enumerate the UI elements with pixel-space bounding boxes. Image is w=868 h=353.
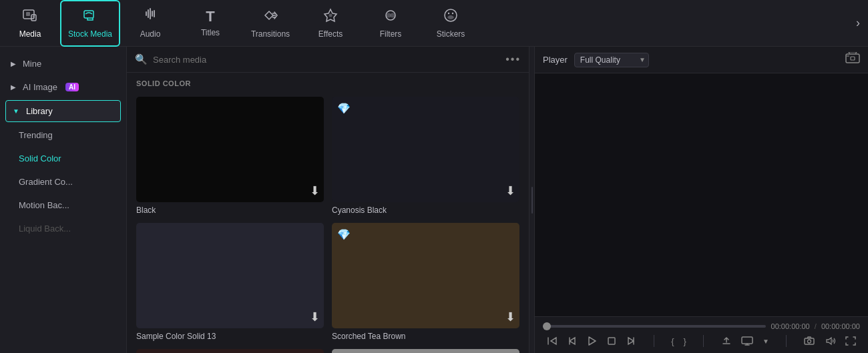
display-button[interactable] bbox=[737, 335, 757, 347]
control-row: { } ▼ bbox=[543, 334, 860, 348]
sidebar-item-gradient[interactable]: Gradient Co... bbox=[0, 170, 126, 194]
time-total: 00:00:00:00 bbox=[821, 322, 860, 330]
timeline-bar: 00:00:00:00 / 00:00:00:00 bbox=[543, 322, 860, 330]
scroll-thumb[interactable] bbox=[531, 187, 533, 214]
sidebar-library-label: Library bbox=[26, 106, 53, 116]
download-icon[interactable]: ⬇ bbox=[505, 184, 515, 198]
media-label-black: Black bbox=[136, 206, 324, 215]
sidebar-item-library[interactable]: ▼ Library bbox=[5, 100, 121, 122]
sidebar-item-ai-image[interactable]: ▶ AI Image AI bbox=[0, 75, 126, 99]
nav-media[interactable]: Media bbox=[0, 0, 60, 47]
nav-titles[interactable]: T Titles bbox=[180, 0, 240, 47]
nav-filters[interactable]: Filters bbox=[361, 0, 421, 47]
search-icon: 🔍 bbox=[135, 53, 148, 65]
media-thumbnail-cyanosis: 💎 ⬇ bbox=[332, 97, 519, 202]
display-options-button[interactable]: ▼ bbox=[758, 336, 773, 346]
download-icon[interactable]: ⬇ bbox=[310, 184, 320, 198]
quality-select[interactable]: Full Quality Half Quality Quarter Qualit… bbox=[574, 53, 649, 67]
audio-icon bbox=[144, 8, 157, 25]
export-button[interactable] bbox=[717, 335, 736, 347]
search-input[interactable] bbox=[153, 55, 500, 65]
svg-rect-1 bbox=[26, 12, 30, 16]
svg-rect-14 bbox=[608, 338, 615, 344]
sidebar-item-mine[interactable]: ▶ Mine bbox=[0, 52, 126, 75]
scroll-divider bbox=[529, 47, 534, 353]
player-header: Player Full Quality Half Quality Quarter… bbox=[535, 47, 868, 73]
snapshot-button[interactable] bbox=[800, 335, 819, 347]
svg-rect-13 bbox=[851, 57, 855, 60]
sidebar-solid-color-label: Solid Color bbox=[19, 153, 61, 163]
sidebar-item-liquid-bg[interactable]: Liquid Back... bbox=[0, 217, 126, 240]
snapshot-volume-controls bbox=[800, 335, 860, 347]
media-thumbnail-gray: ⬇ bbox=[332, 349, 519, 353]
play-button[interactable] bbox=[583, 334, 602, 348]
media-thumbnail-sample13: ⬇ bbox=[136, 223, 324, 328]
list-item[interactable]: ⬇ bbox=[332, 349, 519, 353]
prev-frame-button[interactable] bbox=[563, 335, 582, 347]
nav-stock-media[interactable]: Stock Media bbox=[60, 0, 120, 47]
nav-transitions[interactable]: Transitions bbox=[240, 0, 300, 47]
stop-button[interactable] bbox=[603, 335, 620, 347]
transitions-icon bbox=[262, 8, 278, 25]
sidebar-item-motion-bg[interactable]: Motion Bac... bbox=[0, 194, 126, 217]
media-thumbnail-tea-brown: 💎 ⬇ bbox=[332, 223, 519, 328]
mark-in-button[interactable]: { bbox=[667, 335, 678, 348]
timeline-track[interactable] bbox=[543, 325, 766, 328]
player-screenshot-icon[interactable] bbox=[845, 52, 860, 67]
quality-select-wrapper[interactable]: Full Quality Half Quality Quarter Qualit… bbox=[574, 53, 649, 67]
control-divider-3 bbox=[786, 335, 787, 347]
media-panel: 🔍 ••• SOLID COLOR ⬇ Black 💎 ⬇ Cyanosis B… bbox=[127, 47, 529, 353]
svg-point-6 bbox=[329, 13, 333, 17]
time-display: 00:00:00:00 / 00:00:00:00 bbox=[771, 322, 860, 330]
svg-point-8 bbox=[387, 13, 391, 17]
nav-stock-media-label: Stock Media bbox=[68, 29, 112, 39]
list-item[interactable]: 💎 ⬇ Scorched Tea Brown bbox=[332, 223, 519, 341]
titles-icon: T bbox=[206, 9, 214, 24]
volume-button[interactable] bbox=[820, 335, 840, 347]
step-back-button[interactable] bbox=[543, 335, 562, 347]
player-label: Player bbox=[543, 55, 568, 65]
arrow-icon: ▼ bbox=[13, 107, 19, 115]
sidebar-item-solid-color[interactable]: Solid Color bbox=[0, 147, 126, 170]
nav-stickers[interactable]: Stickers bbox=[421, 0, 481, 47]
download-icon[interactable]: ⬇ bbox=[310, 310, 320, 324]
svg-rect-4 bbox=[84, 11, 93, 18]
list-item[interactable]: 💎 ⬇ Cyanosis Black bbox=[332, 97, 519, 215]
player-viewport bbox=[535, 73, 868, 316]
sidebar: ▶ Mine ▶ AI Image AI ▼ Library Trending … bbox=[0, 47, 127, 353]
media-thumbnail-black: ⬇ bbox=[136, 97, 324, 202]
list-item[interactable]: 💎 ⬇ bbox=[136, 349, 324, 353]
sidebar-motion-label: Motion Bac... bbox=[19, 200, 69, 210]
svg-point-17 bbox=[807, 340, 811, 343]
mark-out-button[interactable]: } bbox=[679, 335, 690, 348]
media-grid: ⬇ Black 💎 ⬇ Cyanosis Black ⬇ Sample Colo… bbox=[127, 91, 529, 353]
arrow-icon: ▶ bbox=[11, 83, 16, 91]
download-icon[interactable]: ⬇ bbox=[505, 310, 515, 324]
media-icon bbox=[22, 8, 38, 25]
svg-point-11 bbox=[452, 12, 453, 13]
list-item[interactable]: ⬇ Sample Color Solid 13 bbox=[136, 223, 324, 341]
list-item[interactable]: ⬇ Black bbox=[136, 97, 324, 215]
main-area: ▶ Mine ▶ AI Image AI ▼ Library Trending … bbox=[0, 47, 868, 353]
sidebar-item-trending[interactable]: Trending bbox=[0, 123, 126, 147]
mark-controls: { } bbox=[667, 335, 690, 348]
fullscreen-button[interactable] bbox=[841, 335, 860, 347]
section-label: SOLID COLOR bbox=[127, 73, 529, 91]
nav-stickers-label: Stickers bbox=[437, 29, 465, 39]
export-controls: ▼ bbox=[717, 335, 773, 347]
nav-more-arrow[interactable]: › bbox=[848, 0, 868, 47]
control-divider-2 bbox=[703, 335, 704, 347]
top-nav: Media Stock Media Audio T Titles bbox=[0, 0, 868, 47]
media-label-cyanosis: Cyanosis Black bbox=[332, 206, 519, 215]
nav-audio-label: Audio bbox=[140, 29, 161, 39]
timeline-thumb[interactable] bbox=[543, 322, 551, 330]
playback-controls bbox=[543, 334, 640, 348]
player-controls-bottom: 00:00:00:00 / 00:00:00:00 bbox=[535, 316, 868, 353]
nav-audio[interactable]: Audio bbox=[120, 0, 180, 47]
arrow-icon: ▶ bbox=[11, 60, 16, 67]
ai-badge: AI bbox=[65, 83, 79, 91]
filters-icon bbox=[382, 8, 399, 25]
next-frame-button[interactable] bbox=[622, 335, 640, 347]
search-options-icon[interactable]: ••• bbox=[505, 53, 521, 65]
nav-effects[interactable]: Effects bbox=[300, 0, 361, 47]
